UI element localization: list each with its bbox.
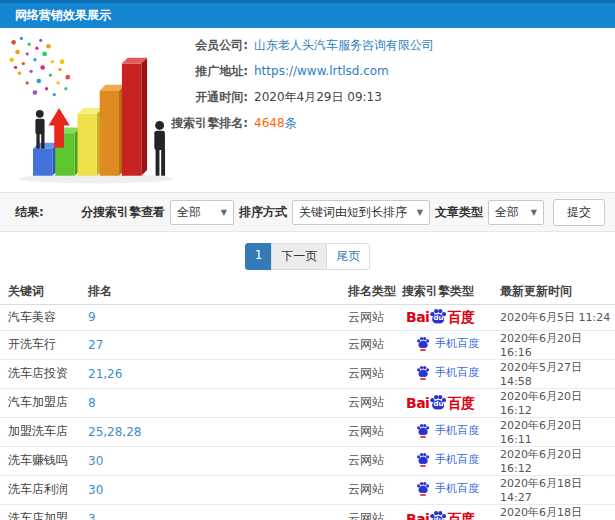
engine-type-cell: 手机百度: [402, 330, 500, 359]
engine-type-cell: Baidu百度: [402, 504, 500, 520]
promo-url-link[interactable]: https://www.lrtlsd.com: [254, 64, 389, 78]
col-header-rank-type: 排名类型: [348, 280, 402, 304]
open-time-value: 2020年4月29日 09:13: [254, 89, 382, 106]
mobile-baidu-logo: 手机百度: [416, 423, 479, 438]
updated-time-cell: 2020年6月20日 16:12: [500, 388, 615, 417]
col-header-rank: 排名: [88, 280, 348, 304]
sort-order-value: 关键词由短到长排序: [299, 204, 407, 221]
chevron-down-icon: ▼: [524, 208, 537, 217]
rank-count-label: 搜索引擎排名:: [0, 115, 248, 132]
promo-url-label: 推广地址:: [0, 63, 248, 80]
table-row: 开洗车行27云网站手机百度2020年6月20日 16:16: [0, 330, 615, 359]
engine-type-cell: 手机百度: [402, 446, 500, 475]
engine-type-cell: Baidu百度: [402, 304, 500, 330]
rank-link[interactable]: 30: [88, 446, 348, 475]
updated-time-cell: 2020年6月20日 16:16: [500, 330, 615, 359]
baidu-paw-icon: [416, 452, 430, 467]
table-row: 洗车店利润30云网站手机百度2020年6月18日 14:27: [0, 475, 615, 504]
rank-count-unit: 条: [285, 116, 297, 130]
updated-time-cell: 2020年6月5日 11:24: [500, 304, 615, 330]
page-item-next[interactable]: 下一页: [271, 243, 327, 270]
rank-type-cell: 云网站: [348, 388, 402, 417]
article-type-label: 文章类型: [435, 204, 483, 221]
rank-link[interactable]: 3: [88, 504, 348, 520]
rank-link[interactable]: 21,26: [88, 359, 348, 388]
sort-order-select[interactable]: 关键词由短到长排序 ▼: [292, 200, 430, 225]
chevron-down-icon: ▼: [410, 208, 423, 217]
col-header-updated: 最新更新时间: [500, 280, 615, 304]
table-row: 汽车美容9云网站Baidu百度2020年6月5日 11:24: [0, 304, 615, 330]
page-item-last[interactable]: 尾页: [326, 243, 370, 270]
keyword-cell: 汽车加盟店: [0, 388, 88, 417]
rank-type-cell: 云网站: [348, 359, 402, 388]
table-row: 洗车赚钱吗30云网站手机百度2020年6月20日 16:12: [0, 446, 615, 475]
table-header-row: 关键词 排名 排名类型 搜索引擎类型 最新更新时间: [0, 280, 615, 304]
updated-time-cell: 2020年6月20日 16:12: [500, 446, 615, 475]
updated-time-cell: 2020年6月18日 14:27: [500, 475, 615, 504]
baidu-pc-logo: Baidu百度: [406, 509, 474, 520]
company-label: 会员公司:: [0, 37, 248, 54]
keyword-cell: 开洗车行: [0, 330, 88, 359]
info-section: 会员公司: 山东老人头汽车服务咨询有限公司 推广地址: https://www.…: [0, 28, 615, 192]
header-bar: 网络营销效果展示: [0, 0, 615, 28]
chevron-down-icon: ▼: [214, 208, 227, 217]
table-row: 洗车店加盟3云网站Baidu百度2020年6月18日 14:30: [0, 504, 615, 520]
rank-type-cell: 云网站: [348, 304, 402, 330]
baidu-pc-logo: Baidu百度: [406, 307, 474, 327]
rank-link[interactable]: 27: [88, 330, 348, 359]
article-type-select[interactable]: 全部 ▼: [488, 200, 544, 225]
mobile-baidu-logo: 手机百度: [416, 365, 479, 380]
info-row-rank-count: 搜索引擎排名: 4648条: [0, 110, 615, 136]
keyword-cell: 洗车店加盟: [0, 504, 88, 520]
col-header-engine: 搜索引擎类型: [402, 280, 500, 304]
pagination-area: 1 下一页 尾页: [0, 232, 615, 280]
company-link[interactable]: 山东老人头汽车服务咨询有限公司: [254, 37, 434, 54]
table-row: 加盟洗车店25,28,28云网站手机百度2020年6月20日 16:11: [0, 417, 615, 446]
filter-controls: 分搜索引擎查看 全部 ▼ 排序方式 关键词由短到长排序 ▼ 文章类型 全部 ▼ …: [81, 199, 605, 226]
rank-type-cell: 云网站: [348, 330, 402, 359]
rank-link[interactable]: 30: [88, 475, 348, 504]
open-time-label: 开通时间:: [0, 89, 248, 106]
rank-link[interactable]: 9: [88, 304, 348, 330]
table-row: 汽车加盟店8云网站Baidu百度2020年6月20日 16:12: [0, 388, 615, 417]
info-row-company: 会员公司: 山东老人头汽车服务咨询有限公司: [0, 32, 615, 58]
keyword-cell: 汽车美容: [0, 304, 88, 330]
engine-type-cell: 手机百度: [402, 359, 500, 388]
rank-link[interactable]: 25,28,28: [88, 417, 348, 446]
baidu-paw-icon: [416, 365, 430, 380]
rank-count-value: 4648条: [254, 115, 297, 132]
engine-filter-value: 全部: [177, 204, 201, 221]
info-row-url: 推广地址: https://www.lrtlsd.com: [0, 58, 615, 84]
rank-type-cell: 云网站: [348, 504, 402, 520]
col-header-keyword: 关键词: [0, 280, 88, 304]
engine-type-cell: 手机百度: [402, 475, 500, 504]
baidu-paw-icon: [416, 481, 430, 496]
keyword-cell: 洗车赚钱吗: [0, 446, 88, 475]
sort-order-label: 排序方式: [239, 204, 287, 221]
rank-link[interactable]: 8: [88, 388, 348, 417]
baidu-paw-icon: [416, 423, 430, 438]
table-row: 洗车店投资21,26云网站手机百度2020年5月27日 14:58: [0, 359, 615, 388]
baidu-pc-logo: Baidu百度: [406, 393, 474, 413]
info-row-open-time: 开通时间: 2020年4月29日 09:13: [0, 84, 615, 110]
submit-button[interactable]: 提交: [553, 199, 605, 226]
results-table: 关键词 排名 排名类型 搜索引擎类型 最新更新时间 汽车美容9云网站Baidu百…: [0, 280, 615, 520]
mobile-baidu-logo: 手机百度: [416, 336, 479, 351]
engine-filter-select[interactable]: 全部 ▼: [170, 200, 234, 225]
baidu-paw-icon: du: [429, 307, 447, 325]
pagination: 1 下一页 尾页: [245, 243, 371, 270]
result-label: 结果:: [15, 204, 44, 221]
filter-bar: 结果: 分搜索引擎查看 全部 ▼ 排序方式 关键词由短到长排序 ▼ 文章类型 全…: [0, 192, 615, 232]
page-item-current[interactable]: 1: [245, 243, 273, 270]
rank-type-cell: 云网站: [348, 475, 402, 504]
rank-count-number: 4648: [254, 116, 285, 130]
updated-time-cell: 2020年5月27日 14:58: [500, 359, 615, 388]
keyword-cell: 洗车店利润: [0, 475, 88, 504]
baidu-paw-icon: du: [429, 509, 447, 520]
engine-type-cell: 手机百度: [402, 417, 500, 446]
engine-filter-label: 分搜索引擎查看: [81, 204, 165, 221]
keyword-cell: 加盟洗车店: [0, 417, 88, 446]
member-info-list: 会员公司: 山东老人头汽车服务咨询有限公司 推广地址: https://www.…: [0, 32, 615, 136]
table-body: 汽车美容9云网站Baidu百度2020年6月5日 11:24开洗车行27云网站手…: [0, 304, 615, 520]
baidu-paw-icon: [416, 336, 430, 351]
